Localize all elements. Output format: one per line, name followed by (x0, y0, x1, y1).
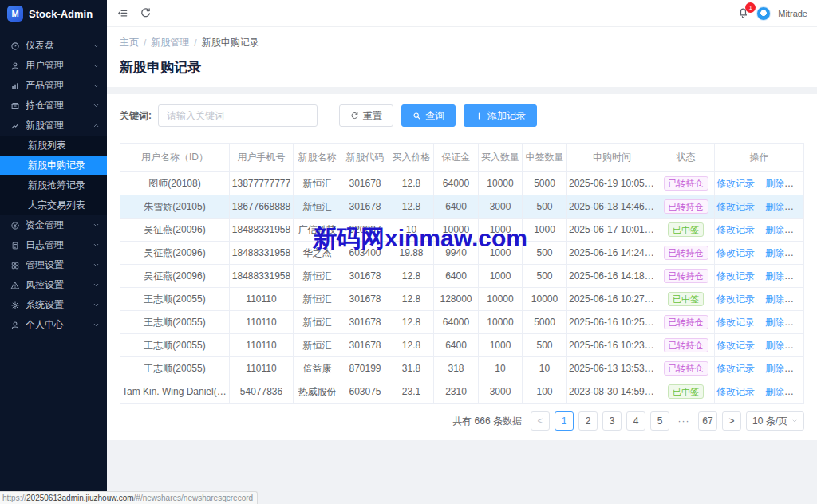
cell-buy_qty: 3000 (479, 380, 523, 404)
cell-status: 已转持仓 (657, 357, 715, 380)
search-button[interactable]: 查询 (401, 104, 456, 127)
sidebar-subitem[interactable]: 新股列表 (0, 136, 107, 156)
sidebar-item[interactable]: 风控设置 (0, 275, 107, 295)
cell-win_qty: 500 (523, 195, 567, 219)
table-row: 王志顺(20055)110110新恒汇30167812.812800010000… (120, 288, 804, 311)
cell-price: 19.88 (389, 242, 434, 265)
page-button[interactable]: 5 (650, 411, 669, 431)
edit-record-link[interactable]: 修改记录 (716, 247, 755, 258)
cell-time: 2025-06-16 10:23:56 (567, 334, 657, 357)
edit-record-link[interactable]: 修改记录 (716, 270, 755, 282)
keyword-input[interactable] (158, 104, 318, 127)
page-button[interactable]: 2 (578, 411, 598, 431)
edit-record-link[interactable]: 修改记录 (716, 293, 755, 305)
username[interactable]: Mitrade (778, 9, 807, 18)
keyword-label: 关键词: (120, 109, 152, 123)
delete-record-link[interactable]: 删除记录 (765, 293, 803, 305)
delete-record-link[interactable]: 删除记录 (765, 247, 803, 258)
action-divider (760, 203, 760, 211)
page-button[interactable]: 67 (698, 411, 717, 431)
cell-win_qty: 500 (523, 242, 567, 265)
cell-stock: 华之杰 (294, 242, 341, 265)
page-button[interactable]: 4 (626, 411, 645, 431)
page-button[interactable]: 1 (555, 411, 574, 431)
edit-record-link[interactable]: 修改记录 (716, 363, 755, 374)
status-badge: 已转持仓 (664, 338, 708, 352)
edit-record-link[interactable]: 修改记录 (716, 201, 755, 212)
cell-status: 已转持仓 (657, 172, 715, 195)
page-button[interactable]: 3 (602, 411, 622, 431)
cell-win_qty: 10000 (523, 288, 567, 311)
sidebar-item[interactable]: 产品管理 (0, 76, 107, 96)
sidebar-item[interactable]: 新股管理 (0, 116, 107, 136)
prev-page-button[interactable]: < (531, 411, 550, 431)
cell-phone: 18488331958 (230, 265, 294, 288)
cell-time: 2025-06-16 14:24:47 (567, 242, 657, 265)
column-header: 用户名称（ID） (120, 144, 230, 172)
delete-record-link[interactable]: 删除记录 (765, 178, 803, 189)
add-record-button[interactable]: 添加记录 (464, 104, 537, 127)
edit-record-link[interactable]: 修改记录 (716, 386, 755, 397)
column-header: 中签数量 (523, 144, 567, 172)
sidebar-item-label: 个人中心 (26, 318, 93, 332)
page-size-select[interactable]: 10 条/页 (746, 411, 804, 431)
table-row: 吴征燕(20096)18488331958华之杰60340019.8899401… (120, 242, 804, 265)
sidebar-subitem[interactable]: 大宗交易列表 (0, 195, 107, 215)
sidebar-item[interactable]: 持仓管理 (0, 96, 107, 116)
delete-record-link[interactable]: 删除记录 (765, 340, 803, 351)
sidebar-subitem[interactable]: 新股申购记录 (0, 156, 107, 175)
notification-badge: 1 (745, 2, 756, 13)
cell-stock: 热威股份 (294, 380, 341, 404)
refresh-icon[interactable] (140, 7, 152, 19)
delete-record-link[interactable]: 删除记录 (765, 386, 803, 397)
action-divider (760, 341, 760, 349)
funds-icon (10, 221, 20, 230)
cell-buy_qty: 10000 (479, 288, 523, 311)
sidebar-item[interactable]: 资金管理 (0, 215, 107, 235)
notifications-button[interactable]: 1 (737, 7, 749, 19)
sidebar-item[interactable]: 仪表盘 (0, 36, 107, 56)
delete-record-link[interactable]: 删除记录 (765, 270, 803, 282)
edit-record-link[interactable]: 修改记录 (716, 178, 755, 189)
chevron-down-icon (93, 42, 100, 49)
edit-record-link[interactable]: 修改记录 (716, 317, 755, 328)
pagination-total: 共有 666 条数据 (452, 415, 522, 428)
delete-record-link[interactable]: 删除记录 (765, 201, 803, 212)
avatar[interactable] (756, 6, 771, 21)
cell-phone: 18677668888 (230, 195, 294, 219)
sidebar-item[interactable]: 日志管理 (0, 235, 107, 255)
records-table-wrapper: 用户名称（ID）用户手机号新股名称新股代码买入价格保证金买入数量中签数量申购时间… (120, 143, 804, 404)
cell-actions: 修改记录删除记录 (715, 219, 804, 242)
table-row: 王志顺(20055)110110新恒汇30167812.864000100005… (120, 311, 804, 334)
reset-button[interactable]: 重置 (339, 104, 393, 127)
column-header: 申购时间 (567, 144, 657, 172)
cell-time: 2025-06-19 10:05:15 (567, 172, 657, 195)
sidebar-item[interactable]: 个人中心 (0, 315, 107, 335)
cell-status: 已转持仓 (657, 265, 715, 288)
cell-actions: 修改记录删除记录 (715, 195, 804, 219)
edit-record-link[interactable]: 修改记录 (716, 340, 755, 351)
status-badge: 已中签 (668, 292, 704, 306)
sidebar-item[interactable]: 管理设置 (0, 255, 107, 275)
cell-name: 朱雪娇(20105) (120, 195, 230, 219)
cell-status: 已中签 (657, 380, 715, 404)
delete-record-link[interactable]: 删除记录 (765, 224, 803, 235)
next-page-button[interactable]: > (722, 411, 741, 431)
delete-record-link[interactable]: 删除记录 (765, 317, 803, 328)
collapse-sidebar-icon[interactable] (116, 7, 128, 19)
cell-time: 2025-06-17 10:01:03 (567, 219, 657, 242)
profile-icon (10, 321, 20, 330)
breadcrumb-item[interactable]: 主页 (120, 36, 139, 49)
sidebar-item[interactable]: 系统设置 (0, 295, 107, 315)
cell-margin: 2310 (434, 380, 479, 404)
edit-record-link[interactable]: 修改记录 (716, 224, 755, 235)
sidebar-subitem[interactable]: 新股抢筹记录 (0, 175, 107, 195)
cell-price: 31.8 (389, 357, 434, 380)
sidebar-item-label: 新股管理 (26, 119, 93, 132)
cell-win_qty: 1000 (523, 219, 567, 242)
delete-record-link[interactable]: 删除记录 (765, 363, 803, 374)
breadcrumb-item[interactable]: 新股管理 (151, 36, 189, 49)
sidebar-item[interactable]: 用户管理 (0, 56, 107, 76)
risk-icon (10, 281, 20, 290)
cell-margin: 6400 (434, 195, 479, 219)
